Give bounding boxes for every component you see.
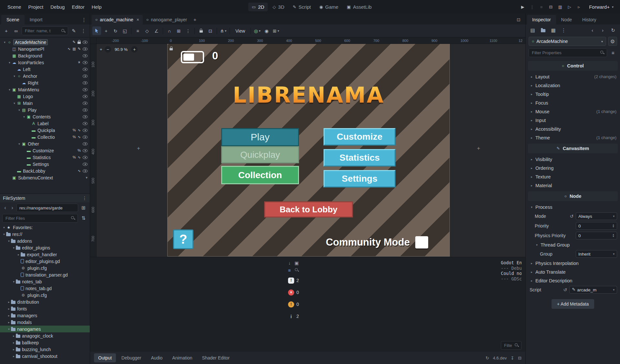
stop-button[interactable]: ■ <box>537 3 546 11</box>
skeleton-tool-button[interactable]: ⋔▾ <box>219 26 228 35</box>
add-metadata-button[interactable]: + Add Metadata <box>552 299 594 309</box>
grid-visibility-menu-button[interactable]: ⊞▾ <box>272 26 280 35</box>
property-group-mouse[interactable]: ▸Mouse(1 change) <box>526 107 620 116</box>
nav-forward-button[interactable]: › <box>9 205 15 211</box>
menu-debug[interactable]: Debug <box>47 3 68 11</box>
expand-arrow[interactable]: ▸ <box>12 334 16 338</box>
play-button[interactable]: ▶ <box>518 3 527 11</box>
scene-tree-item[interactable]: ◫NanogamePl∿▥✎ <box>0 46 90 52</box>
expand-arrow[interactable]: ▸ <box>12 341 16 344</box>
run-custom-scene-button[interactable]: ▹ <box>574 3 583 11</box>
visibility-toggle-icon[interactable] <box>83 95 88 98</box>
messages-filter-toggle[interactable]: !2 <box>288 276 299 285</box>
priority-spinbox[interactable]: 0▲▼ <box>576 222 617 230</box>
file-item[interactable]: ⚙plugin.cfg <box>0 292 90 298</box>
visibility-toggle-icon[interactable] <box>83 115 88 118</box>
collection-button[interactable]: Collection <box>221 166 299 184</box>
workspace-assetlib[interactable]: ▣AssetLib <box>343 3 375 11</box>
move-tool-button[interactable]: + <box>102 26 110 35</box>
visibility-toggle-icon[interactable] <box>83 54 88 57</box>
signal-connection-icon[interactable]: ∿ <box>78 135 81 139</box>
unique-name-icon[interactable]: % <box>73 156 76 159</box>
file-item[interactable]: translation_parser.gd <box>0 271 90 278</box>
messages-filter-input[interactable] <box>503 343 513 348</box>
copy-log-button[interactable]: ▣ <box>294 260 299 266</box>
folder-item[interactable]: ▸export_handler <box>0 251 90 258</box>
collapse-duplicates-toggle[interactable]: ≡ <box>288 268 291 273</box>
snap-target-menu-button[interactable]: ◎▾ <box>253 26 262 35</box>
menu-help[interactable]: Help <box>88 3 105 11</box>
property-group-localization[interactable]: ▸Localization <box>526 81 620 90</box>
visibility-toggle-icon[interactable] <box>83 169 88 173</box>
scene-tree-item[interactable]: ☁Right <box>0 79 90 86</box>
play-button[interactable]: Play <box>221 128 299 146</box>
scene-tree-item[interactable]: ▾○Anchor <box>0 73 90 79</box>
sort-files-button[interactable]: ⇅ <box>79 214 88 222</box>
folder-item[interactable]: ▸managers <box>0 312 90 319</box>
quickplay-button[interactable]: Quickplay <box>221 146 299 163</box>
expand-arrow[interactable]: ▸ <box>16 253 21 256</box>
expand-arrow[interactable]: ▾ <box>3 41 7 44</box>
section-header-node[interactable]: ○Node <box>528 191 618 201</box>
menu-project[interactable]: Project <box>25 3 47 11</box>
search-messages-toggle[interactable] <box>294 268 299 273</box>
scene-tree-item[interactable]: ▣SubmenuContext▾ <box>0 174 90 181</box>
save-log-button[interactable]: ↓ <box>288 260 291 266</box>
physics-priority-spinbox[interactable]: 0▲▼ <box>576 232 617 239</box>
unique-name-icon[interactable]: % <box>73 128 76 132</box>
property-group-visibility[interactable]: ▸Visibility <box>526 155 620 164</box>
expand-arrow[interactable]: ▸ <box>7 321 11 324</box>
community-mode-checkbox[interactable] <box>415 236 428 248</box>
visibility-toggle-icon[interactable] <box>83 68 88 71</box>
menu-editor[interactable]: Editor <box>68 3 88 11</box>
scene-tree-item[interactable]: ▾⊞Main <box>0 100 90 106</box>
visibility-toggle-icon[interactable] <box>83 61 88 64</box>
bottom-tab-shader-editor[interactable]: Shader Editor <box>198 353 234 362</box>
dock-menu-icon[interactable]: ⋮ <box>81 17 87 23</box>
scene-tree-item[interactable]: ALabel <box>0 120 90 127</box>
property-group-texture[interactable]: ▸Texture <box>526 172 620 181</box>
info-filter-toggle[interactable]: i2 <box>288 311 299 321</box>
script-resource-picker[interactable]: ✎arcade_m▾ <box>569 286 617 294</box>
expand-arrow[interactable]: ▸ <box>7 307 11 310</box>
expand-arrow[interactable]: ▾ <box>7 88 12 91</box>
tab-history[interactable]: History <box>577 15 602 25</box>
grid-snap-tool-button[interactable]: ⊞ <box>174 26 183 35</box>
visibility-toggle-icon[interactable] <box>83 163 88 166</box>
folder-item[interactable]: ▸fonts <box>0 305 90 312</box>
scene-tree-item[interactable]: ▬Statistics%∿ <box>0 154 90 161</box>
property-group-material[interactable]: ▸Material <box>526 181 620 190</box>
visibility-toggle-icon[interactable] <box>83 75 88 78</box>
filesystem-menu-icon[interactable]: ⋮ <box>82 196 87 200</box>
property-group-input[interactable]: ▸Input <box>526 116 620 125</box>
visibility-toggle-icon[interactable] <box>83 47 88 51</box>
scene-tree-item[interactable]: ▬BackLobby∿ <box>0 167 90 174</box>
folder-item[interactable]: ▸modals <box>0 319 90 326</box>
visibility-toggle-icon[interactable] <box>83 136 88 139</box>
folder-item[interactable]: ▾nanogames <box>0 326 90 332</box>
scene-tab-nanogame_player[interactable]: ○nanogame_player <box>143 15 191 25</box>
errors-filter-toggle[interactable]: ×0 <box>288 288 299 297</box>
zoom-level-button[interactable]: 90.9 % <box>113 46 129 53</box>
visibility-toggle-icon[interactable] <box>83 81 88 85</box>
revert-icon[interactable]: ↺ <box>570 214 574 219</box>
renderer-select[interactable]: Forward+ ▾ <box>586 3 616 11</box>
unique-name-icon[interactable]: % <box>73 135 76 139</box>
scale-tool-button[interactable]: ◱ <box>120 26 129 35</box>
expand-arrow[interactable]: ▾ <box>2 233 6 236</box>
scene-tab-arcade_machine[interactable]: ○arcade_machine× <box>92 15 143 25</box>
tab-import[interactable]: Import <box>25 15 48 25</box>
property-group-focus[interactable]: ▸Focus <box>526 98 620 107</box>
file-item[interactable]: editor_plugins.gd <box>0 258 90 265</box>
run-current-scene-button[interactable]: ▷ <box>565 3 574 11</box>
load-resource-button[interactable] <box>539 26 547 34</box>
scene-filter-input[interactable] <box>24 28 59 34</box>
file-item[interactable]: notes_tab.gd <box>0 285 90 292</box>
back-to-lobby-button[interactable]: Back to Lobby <box>264 201 353 217</box>
node-selector[interactable]: ○ ArcadeMachine ▾ <box>529 37 606 46</box>
property-group-theme[interactable]: ▸Theme(1 change) <box>526 133 620 142</box>
expand-arrow[interactable]: ▾ <box>12 102 16 105</box>
scene-tree-item[interactable]: ▦Logo <box>0 93 90 100</box>
bottom-tab-audio[interactable]: Audio <box>147 353 167 362</box>
scene-tree-item[interactable]: ▬Collectio%∿ <box>0 134 90 140</box>
